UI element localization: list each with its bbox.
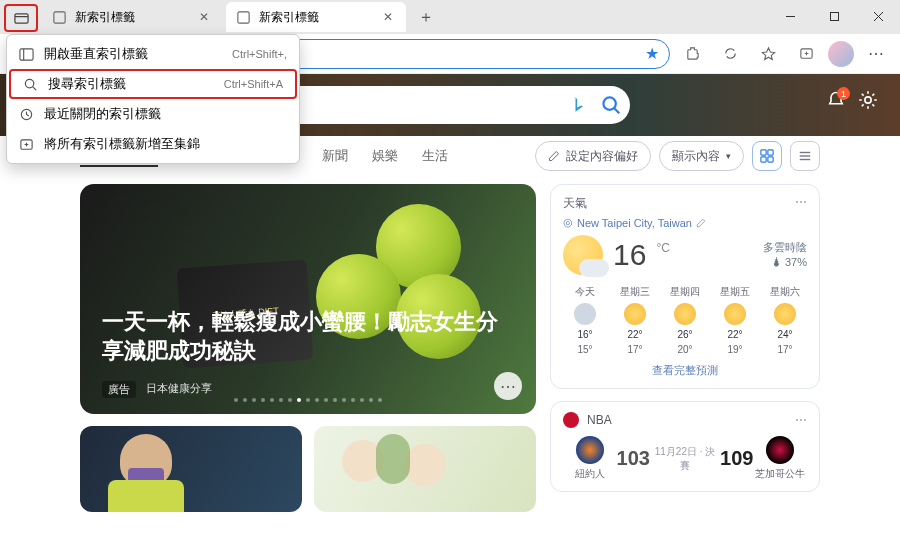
title-bar: 新索引標籤 ✕ 新索引標籤 ✕ ＋ — [0, 0, 900, 34]
temp-unit: °C — [656, 241, 669, 255]
search-icon[interactable] — [600, 94, 622, 116]
full-forecast-link[interactable]: 查看完整預測 — [563, 363, 807, 378]
menu-shortcut: Ctrl+Shift+A — [224, 78, 283, 90]
page-icon — [52, 10, 67, 25]
svg-line-11 — [33, 86, 36, 89]
menu-button[interactable]: ⋯ — [860, 38, 892, 70]
forecast-day[interactable]: 星期六24°17° — [763, 285, 807, 355]
chevron-down-icon: ▾ — [726, 151, 731, 161]
headline-card[interactable]: ごはんでも DIET 一天一杯，輕鬆瘦成小蠻腰！勵志女生分享減肥成功秘訣 廣告 … — [80, 184, 536, 414]
svg-rect-2 — [54, 11, 65, 22]
home-score: 109 — [720, 447, 753, 470]
customize-button[interactable]: 設定內容偏好 — [535, 141, 651, 171]
rain-chance: 🌢 37% — [763, 255, 807, 270]
extensions-icon[interactable] — [676, 38, 708, 70]
sync-icon[interactable] — [714, 38, 746, 70]
source-label: 日本健康分享 — [146, 381, 212, 398]
weather-title: 天氣 — [563, 195, 587, 212]
forecast-day[interactable]: 星期四26°20° — [663, 285, 707, 355]
forecast-row: 今天16°15° 星期三22°17° 星期四26°20° 星期五22°19° 星… — [563, 285, 807, 355]
away-score: 103 — [617, 447, 650, 470]
forecast-day[interactable]: 星期五22°19° — [713, 285, 757, 355]
svg-rect-3 — [238, 11, 249, 22]
svg-rect-5 — [830, 12, 838, 20]
menu-label: 最近關閉的索引標籤 — [44, 105, 161, 123]
svg-rect-0 — [14, 13, 27, 22]
weather-card[interactable]: 天氣 ⋯ ◎ New Taipei City, Taiwan 16 °C 多雲時… — [550, 184, 820, 389]
menu-label: 開啟垂直索引標籤 — [44, 45, 148, 63]
web-search-box[interactable] — [270, 86, 630, 124]
location-icon: ◎ — [563, 216, 573, 229]
home-team: 芝加哥公牛 — [753, 436, 807, 481]
menu-vertical-tabs[interactable]: 開啟垂直索引標籤 Ctrl+Shift+, — [7, 39, 299, 69]
nav-life[interactable]: 生活 — [422, 147, 448, 165]
nav-news[interactable]: 新聞 — [322, 147, 348, 165]
minimize-button[interactable] — [768, 0, 812, 32]
search-icon — [23, 77, 38, 92]
tab-close-button[interactable]: ✕ — [196, 9, 212, 25]
menu-search-tabs[interactable]: 搜尋索引標籤 Ctrl+Shift+A — [9, 69, 297, 99]
svg-rect-25 — [761, 157, 766, 162]
collection-icon — [19, 137, 34, 152]
notifications-button[interactable]: 1 — [826, 90, 846, 114]
more-icon[interactable]: ⋯ — [795, 195, 807, 212]
weather-location[interactable]: ◎ New Taipei City, Taiwan — [563, 216, 807, 229]
svg-rect-24 — [768, 150, 773, 155]
away-team: 紐約人 — [563, 436, 617, 481]
league-label: NBA — [587, 413, 612, 427]
menu-label: 搜尋索引標籤 — [48, 75, 126, 93]
headline-title: 一天一杯，輕鬆瘦成小蠻腰！勵志女生分享減肥成功秘訣 — [102, 307, 514, 366]
browser-tab[interactable]: 新索引標籤 ✕ — [42, 2, 222, 32]
tab-actions-button[interactable] — [4, 4, 38, 32]
grid-view-button[interactable] — [752, 141, 782, 171]
more-icon[interactable]: ⋯ — [795, 413, 807, 427]
browser-tab-active[interactable]: 新索引標籤 ✕ — [226, 2, 406, 32]
svg-rect-8 — [20, 48, 33, 59]
tab-title: 新索引標籤 — [259, 9, 319, 26]
weather-condition: 多雲時陰 — [763, 240, 807, 255]
news-card[interactable] — [314, 426, 536, 512]
tabs-icon — [14, 11, 29, 26]
maximize-button[interactable] — [812, 0, 856, 32]
list-icon — [798, 149, 812, 163]
tab-title: 新索引標籤 — [75, 9, 135, 26]
menu-add-to-collection[interactable]: 將所有索引標籤新增至集錦 — [7, 129, 299, 159]
more-button[interactable]: ⋯ — [494, 372, 522, 400]
tab-close-button[interactable]: ✕ — [380, 9, 396, 25]
team-logo-icon — [576, 436, 604, 464]
display-dropdown[interactable]: 顯示內容 ▾ — [659, 141, 744, 171]
tab-actions-menu: 開啟垂直索引標籤 Ctrl+Shift+, 搜尋索引標籤 Ctrl+Shift+… — [6, 34, 300, 164]
svg-line-21 — [614, 108, 619, 113]
forecast-day[interactable]: 星期三22°17° — [613, 285, 657, 355]
menu-recently-closed[interactable]: 最近關閉的索引標籤 — [7, 99, 299, 129]
menu-shortcut: Ctrl+Shift+, — [232, 48, 287, 60]
forecast-day[interactable]: 今天16°15° — [563, 285, 607, 355]
favorites-icon[interactable] — [752, 38, 784, 70]
ad-badge: 廣告 — [102, 381, 136, 398]
profile-avatar[interactable] — [828, 41, 854, 67]
svg-marker-16 — [762, 48, 774, 60]
weather-icon — [563, 235, 603, 275]
settings-icon[interactable] — [858, 90, 878, 110]
nav-entertainment[interactable]: 娛樂 — [372, 147, 398, 165]
favorite-star-icon[interactable]: ★ — [645, 44, 659, 63]
svg-rect-26 — [768, 157, 773, 162]
game-time: 11月22日 · 決賽 — [650, 445, 720, 473]
sports-card[interactable]: NBA ⋯ 紐約人 103 11月22日 · 決賽 109 芝加哥公牛 — [550, 401, 820, 492]
new-tab-button[interactable]: ＋ — [412, 3, 440, 31]
notification-badge: 1 — [837, 87, 850, 100]
list-view-button[interactable] — [790, 141, 820, 171]
news-card[interactable] — [80, 426, 302, 512]
carousel-dots[interactable] — [234, 398, 382, 402]
nba-logo-icon — [563, 412, 579, 428]
temperature: 16 — [613, 238, 646, 272]
grid-icon — [760, 149, 774, 163]
history-icon — [19, 107, 34, 122]
pencil-icon — [696, 218, 706, 228]
menu-label: 將所有索引標籤新增至集錦 — [44, 135, 200, 153]
collections-icon[interactable] — [790, 38, 822, 70]
close-window-button[interactable] — [856, 0, 900, 32]
svg-rect-23 — [761, 150, 766, 155]
page-icon — [236, 10, 251, 25]
bing-icon — [568, 95, 588, 115]
